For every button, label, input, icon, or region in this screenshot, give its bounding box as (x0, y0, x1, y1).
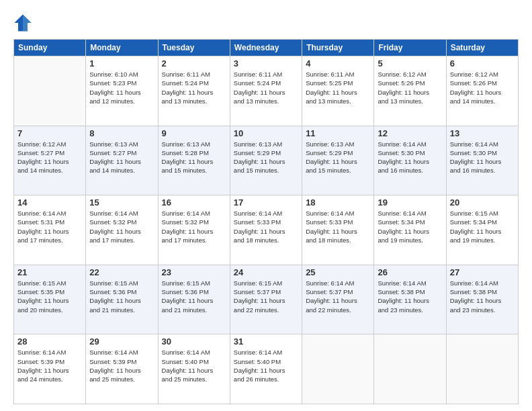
day-number: 7 (17, 128, 82, 138)
calendar-cell: 28Sunrise: 6:14 AMSunset: 5:39 PMDayligh… (14, 334, 86, 404)
day-info: Sunrise: 6:14 AMSunset: 5:34 PMDaylight:… (378, 209, 442, 244)
day-number: 1 (89, 58, 154, 68)
svg-marker-1 (23, 14, 32, 31)
day-number: 28 (17, 336, 82, 347)
day-info: Sunrise: 6:14 AMSunset: 5:40 PMDaylight:… (162, 348, 226, 383)
day-number: 27 (450, 267, 515, 277)
calendar-cell: 1Sunrise: 6:10 AMSunset: 5:23 PMDaylight… (86, 56, 158, 126)
calendar-cell: 2Sunrise: 6:11 AMSunset: 5:24 PMDaylight… (158, 56, 230, 126)
day-number: 26 (378, 267, 442, 277)
calendar-cell: 30Sunrise: 6:14 AMSunset: 5:40 PMDayligh… (158, 334, 230, 404)
calendar-cell: 8Sunrise: 6:13 AMSunset: 5:27 PMDaylight… (86, 126, 158, 195)
calendar-cell: 3Sunrise: 6:11 AMSunset: 5:24 PMDaylight… (230, 56, 302, 126)
day-info: Sunrise: 6:14 AMSunset: 5:33 PMDaylight:… (234, 209, 298, 244)
day-number: 20 (450, 197, 515, 208)
calendar-cell: 10Sunrise: 6:13 AMSunset: 5:29 PMDayligh… (230, 126, 302, 195)
calendar-cell: 7Sunrise: 6:12 AMSunset: 5:27 PMDaylight… (14, 126, 86, 195)
day-info: Sunrise: 6:14 AMSunset: 5:38 PMDaylight:… (450, 279, 515, 314)
calendar-cell: 6Sunrise: 6:12 AMSunset: 5:26 PMDaylight… (446, 56, 518, 126)
day-number: 9 (162, 128, 226, 138)
calendar-cell: 12Sunrise: 6:14 AMSunset: 5:30 PMDayligh… (374, 126, 446, 195)
day-number: 23 (162, 267, 226, 277)
day-number: 11 (306, 128, 370, 138)
day-number: 21 (17, 267, 82, 277)
day-info: Sunrise: 6:13 AMSunset: 5:28 PMDaylight:… (162, 140, 226, 175)
calendar-cell: 5Sunrise: 6:12 AMSunset: 5:26 PMDaylight… (374, 56, 446, 126)
calendar-cell: 21Sunrise: 6:15 AMSunset: 5:35 PMDayligh… (14, 265, 86, 334)
day-info: Sunrise: 6:15 AMSunset: 5:35 PMDaylight:… (17, 279, 82, 314)
day-info: Sunrise: 6:14 AMSunset: 5:40 PMDaylight:… (234, 348, 298, 383)
calendar-cell: 22Sunrise: 6:15 AMSunset: 5:36 PMDayligh… (86, 265, 158, 334)
day-number: 8 (89, 128, 154, 138)
calendar-cell: 26Sunrise: 6:14 AMSunset: 5:38 PMDayligh… (374, 265, 446, 334)
week-row-5: 28Sunrise: 6:14 AMSunset: 5:39 PMDayligh… (14, 334, 519, 404)
calendar-cell (302, 334, 374, 404)
weekday-thursday: Thursday (302, 40, 374, 56)
day-info: Sunrise: 6:14 AMSunset: 5:39 PMDaylight:… (89, 348, 154, 383)
calendar-cell: 14Sunrise: 6:14 AMSunset: 5:31 PMDayligh… (14, 195, 86, 265)
day-info: Sunrise: 6:14 AMSunset: 5:38 PMDaylight:… (378, 279, 442, 314)
calendar-cell: 11Sunrise: 6:13 AMSunset: 5:29 PMDayligh… (302, 126, 374, 195)
calendar-cell (446, 334, 518, 404)
weekday-header-row: SundayMondayTuesdayWednesdayThursdayFrid… (14, 40, 519, 56)
day-number: 16 (162, 197, 226, 208)
day-number: 10 (234, 128, 298, 138)
day-info: Sunrise: 6:12 AMSunset: 5:27 PMDaylight:… (17, 140, 82, 175)
calendar-cell: 24Sunrise: 6:15 AMSunset: 5:37 PMDayligh… (230, 265, 302, 334)
day-number: 17 (234, 197, 298, 208)
calendar-cell: 23Sunrise: 6:15 AMSunset: 5:36 PMDayligh… (158, 265, 230, 334)
calendar-cell (374, 334, 446, 404)
header (13, 13, 519, 32)
calendar-cell: 4Sunrise: 6:11 AMSunset: 5:25 PMDaylight… (302, 56, 374, 126)
calendar-table: SundayMondayTuesdayWednesdayThursdayFrid… (13, 39, 519, 404)
day-info: Sunrise: 6:14 AMSunset: 5:30 PMDaylight:… (450, 140, 515, 175)
day-info: Sunrise: 6:10 AMSunset: 5:23 PMDaylight:… (89, 70, 154, 105)
day-info: Sunrise: 6:13 AMSunset: 5:29 PMDaylight:… (234, 140, 298, 175)
calendar-cell: 20Sunrise: 6:15 AMSunset: 5:34 PMDayligh… (446, 195, 518, 265)
day-number: 13 (450, 128, 515, 138)
day-info: Sunrise: 6:14 AMSunset: 5:33 PMDaylight:… (306, 209, 370, 244)
calendar-cell: 31Sunrise: 6:14 AMSunset: 5:40 PMDayligh… (230, 334, 302, 404)
day-info: Sunrise: 6:13 AMSunset: 5:27 PMDaylight:… (89, 140, 154, 175)
day-number: 31 (234, 336, 298, 347)
calendar-cell: 27Sunrise: 6:14 AMSunset: 5:38 PMDayligh… (446, 265, 518, 334)
day-info: Sunrise: 6:11 AMSunset: 5:25 PMDaylight:… (306, 70, 370, 105)
page: SundayMondayTuesdayWednesdayThursdayFrid… (0, 0, 532, 411)
calendar-cell: 13Sunrise: 6:14 AMSunset: 5:30 PMDayligh… (446, 126, 518, 195)
day-number: 24 (234, 267, 298, 277)
weekday-tuesday: Tuesday (158, 40, 230, 56)
weekday-monday: Monday (86, 40, 158, 56)
calendar-cell: 18Sunrise: 6:14 AMSunset: 5:33 PMDayligh… (302, 195, 374, 265)
day-info: Sunrise: 6:14 AMSunset: 5:30 PMDaylight:… (378, 140, 442, 175)
day-number: 25 (306, 267, 370, 277)
day-info: Sunrise: 6:11 AMSunset: 5:24 PMDaylight:… (162, 70, 226, 105)
day-info: Sunrise: 6:14 AMSunset: 5:31 PMDaylight:… (17, 209, 82, 244)
week-row-3: 14Sunrise: 6:14 AMSunset: 5:31 PMDayligh… (14, 195, 519, 265)
calendar-cell (14, 56, 86, 126)
day-number: 22 (89, 267, 154, 277)
logo-icon (13, 13, 32, 32)
calendar-cell: 15Sunrise: 6:14 AMSunset: 5:32 PMDayligh… (86, 195, 158, 265)
day-info: Sunrise: 6:12 AMSunset: 5:26 PMDaylight:… (450, 70, 515, 105)
calendar-cell: 29Sunrise: 6:14 AMSunset: 5:39 PMDayligh… (86, 334, 158, 404)
day-number: 12 (378, 128, 442, 138)
day-info: Sunrise: 6:15 AMSunset: 5:36 PMDaylight:… (162, 279, 226, 314)
weekday-friday: Friday (374, 40, 446, 56)
logo (13, 13, 35, 32)
day-number: 15 (89, 197, 154, 208)
calendar-cell: 9Sunrise: 6:13 AMSunset: 5:28 PMDaylight… (158, 126, 230, 195)
day-number: 4 (306, 58, 370, 68)
day-number: 18 (306, 197, 370, 208)
day-info: Sunrise: 6:12 AMSunset: 5:26 PMDaylight:… (378, 70, 442, 105)
day-info: Sunrise: 6:14 AMSunset: 5:32 PMDaylight:… (162, 209, 226, 244)
calendar-cell: 16Sunrise: 6:14 AMSunset: 5:32 PMDayligh… (158, 195, 230, 265)
day-info: Sunrise: 6:14 AMSunset: 5:39 PMDaylight:… (17, 348, 82, 383)
day-number: 6 (450, 58, 515, 68)
day-number: 29 (89, 336, 154, 347)
weekday-saturday: Saturday (446, 40, 518, 56)
calendar-cell: 17Sunrise: 6:14 AMSunset: 5:33 PMDayligh… (230, 195, 302, 265)
day-info: Sunrise: 6:15 AMSunset: 5:36 PMDaylight:… (89, 279, 154, 314)
day-info: Sunrise: 6:15 AMSunset: 5:37 PMDaylight:… (234, 279, 298, 314)
weekday-wednesday: Wednesday (230, 40, 302, 56)
day-number: 3 (234, 58, 298, 68)
